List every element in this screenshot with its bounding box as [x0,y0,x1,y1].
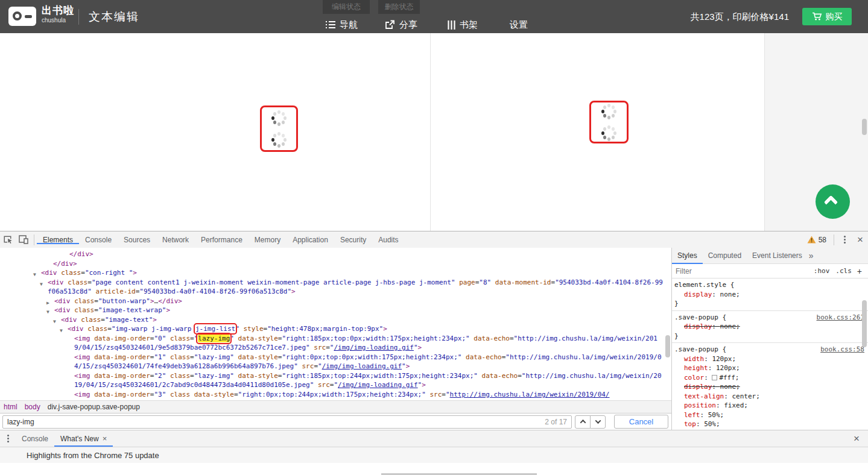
code-token: > [166,306,170,314]
devtools-tab[interactable]: Network [156,236,195,244]
breadcrumb-item-html[interactable]: html [4,403,17,411]
peek-tab-delete-state[interactable]: 删除状态 [378,0,420,14]
code-token[interactable]: /img/img-loading.gif [334,344,413,351]
code-token: > [406,362,410,370]
styles-filter-input[interactable] [676,267,811,275]
device-toolbar-icon[interactable] [16,232,31,248]
dom-tree-line[interactable]: ▶<div class="button-warp">…</div> [0,297,671,306]
stylesheet-link[interactable]: book.css:58 [820,345,864,354]
styles-tab[interactable]: Styles [672,248,703,264]
dom-tree-line[interactable]: ▼<div class="img-warp j-img-warp j-img-l… [0,324,671,334]
code-token: "img-warp j-img-warp [112,325,195,333]
search-field[interactable]: 2 of 17 [2,415,572,429]
brand-logo-icon[interactable] [8,7,36,26]
scroll-to-top-button[interactable] [816,184,850,219]
elements-scrollbar-thumb[interactable] [665,335,670,357]
cart-icon [812,12,822,21]
stylesheet-link[interactable]: book.css:261 [817,313,864,322]
devtools-tab[interactable]: Audits [372,236,404,244]
code-token[interactable]: http://img.chushu.la/img/weixin/2019/04/ [450,391,610,398]
code-token: class [170,372,190,380]
dom-tree-line[interactable]: </div> [0,259,671,269]
annotation-box-right [589,101,629,143]
search-prev-button[interactable] [575,415,591,429]
css-selector[interactable]: .save-popup { [674,345,726,353]
css-property[interactable]: height: 120px; [674,363,864,373]
more-tabs-icon[interactable]: » [809,251,814,260]
code-token[interactable]: /img/img-loading.gif [322,362,402,370]
code-token: data-img-order [94,353,150,361]
dom-tree-line[interactable]: ▼<div class="image-text"> [0,315,671,325]
breadcrumb-item-current[interactable]: div.j-save-popup.save-popup [48,403,140,411]
styles-scrollbar-thumb[interactable] [862,300,867,347]
color-swatch[interactable] [712,375,717,380]
devtools-menu-icon[interactable] [837,232,852,248]
warnings-indicator[interactable]: 58 [802,236,831,244]
code-token: <img [74,335,90,342]
css-property[interactable]: left: 50%; [674,411,864,420]
nav-item-settings[interactable]: 设置 [510,16,528,33]
nav-item-guide[interactable]: 导航 [326,16,358,33]
close-tab-icon[interactable]: × [103,435,107,442]
css-selector[interactable]: .save-popup { [674,313,726,321]
devtools-tab[interactable]: Performance [195,236,249,244]
dom-tree-line[interactable]: <img data-img-order="2" class="lazy-img"… [0,371,671,390]
css-property[interactable]: position: fixed; [674,401,864,411]
css-rule: book.css:261.save-popup {display: none;} [672,311,868,344]
styles-tab[interactable]: Event Listeners [747,248,808,264]
dom-tree-line[interactable]: <img data-img-order="3" class data-style… [0,390,671,400]
code-token: "right:0px;top:244px;width:175px;height:… [238,391,426,398]
code-token: > [422,381,426,389]
code-token: = [190,353,194,361]
css-property[interactable]: margin-top: -60px; [674,429,864,430]
code-token[interactable]: /img/img-loading.gif [338,381,417,389]
element-class-toggle[interactable]: .cls [832,267,855,275]
search-input[interactable] [7,418,540,426]
buy-button[interactable]: 购买 [802,8,852,25]
css-property[interactable]: top: 50%; [674,420,864,429]
canvas-scrollbar-thumb[interactable] [862,119,867,135]
dom-tree-line[interactable]: <img data-img-order="0" class="lazy-img"… [0,334,671,353]
code-token: " [318,362,322,370]
nav-item-share[interactable]: 分享 [385,16,417,33]
tree-expander-open-icon[interactable]: ▼ [40,280,43,289]
drawer-close-icon[interactable]: × [849,431,864,447]
css-property[interactable]: display: none; [674,382,864,392]
nav-guide-label: 导航 [340,19,358,31]
inspect-element-icon[interactable] [0,232,16,248]
devtools-tab[interactable]: Console [79,236,118,244]
code-token: "954033bd-4a0f-4104-8f26-99f06a513c8d" [139,288,291,295]
dom-tree-line[interactable]: <img data-img-order="1" class="lazy-img"… [0,353,671,371]
drawer-tab-console[interactable]: Console [16,430,54,447]
devtools-tabs: ElementsConsoleSourcesNetworkPerformance… [37,232,405,248]
devtools-tab[interactable]: Elements [37,236,79,244]
search-next-button[interactable] [590,415,606,429]
peek-tab-edit-state[interactable]: 编辑状态 [323,0,370,14]
devtools-close-icon[interactable]: × [852,232,868,248]
search-cancel-button[interactable]: Cancel [614,415,668,429]
dom-tree-line[interactable]: ▼<div class="con-right "> [0,268,671,278]
css-property[interactable]: width: 120px; [674,354,864,364]
styles-tabs: StylesComputedEvent Listeners [672,248,808,264]
new-style-rule-icon[interactable]: + [855,266,864,276]
pseudo-state-toggle[interactable]: :hov [811,267,833,275]
code-token: src [302,362,314,370]
devtools-tab[interactable]: Security [334,236,372,244]
css-property[interactable]: color: #fff; [674,373,864,383]
devtools-tab[interactable]: Sources [118,236,156,244]
devtools-tab[interactable]: Memory [249,236,287,244]
drawer-menu-icon[interactable] [0,431,16,447]
dom-tree-line[interactable]: ▼<div class="image-text-wrap"> [0,306,671,315]
code-token: "page content content1 j-weixin-moment w… [92,278,455,286]
dom-tree-line[interactable]: ▼<div class="page content content1 j-wei… [0,278,671,297]
drawer-tab-whats-new[interactable]: What's New × [54,430,113,447]
breadcrumb-item-body[interactable]: body [25,403,40,411]
css-property[interactable]: display: none; [674,322,864,332]
devtools-tab[interactable]: Application [287,236,334,244]
styles-tab[interactable]: Computed [703,248,747,264]
css-selector[interactable]: element.style { [674,281,734,289]
dom-tree-line[interactable]: </div> [0,250,671,259]
css-property[interactable]: text-align: center; [674,392,864,401]
nav-item-bookshelf[interactable]: 书架 [448,16,478,33]
css-property[interactable]: display: none; [674,290,864,300]
